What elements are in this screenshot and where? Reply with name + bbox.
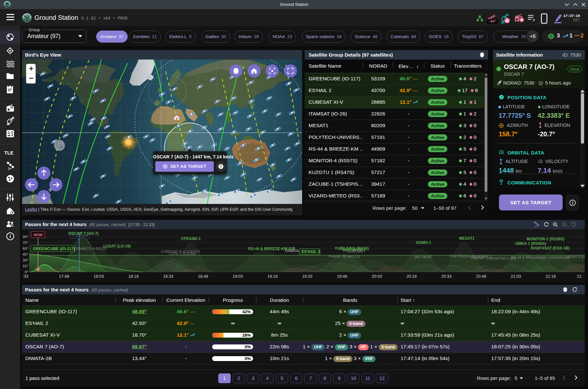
svg-text:20:03: 20:03 — [372, 274, 382, 279]
svg-text:21:: 21: — [577, 274, 582, 279]
svg-text:OSCAR 7 (AO-7): OSCAR 7 (AO-7) — [68, 231, 98, 236]
svg-text:19:03: 19:03 — [233, 274, 243, 279]
svg-text:SAMSAT-IONOSPHER: SAMSAT-IONOSPHER — [533, 256, 570, 260]
svg-text:MESAT1: MESAT1 — [459, 236, 475, 241]
svg-text:20:48: 20:48 — [476, 274, 486, 279]
svg-text:UMKA 1 (RS40S): UMKA 1 (RS40S) — [515, 241, 546, 246]
svg-text:19:33: 19:33 — [302, 274, 312, 279]
svg-text:LUSAT (LO-19): LUSAT (LO-19) — [103, 244, 131, 248]
svg-text:18:03: 18:03 — [94, 274, 104, 279]
svg-text:18:33: 18:33 — [163, 274, 173, 279]
svg-text:18:18: 18:18 — [128, 274, 138, 279]
svg-text:MOZHAETS 4 (RS22): MOZHAETS 4 (RS22) — [71, 247, 107, 250]
svg-text:75°: 75° — [23, 241, 28, 245]
svg-text:0°: 0° — [25, 270, 28, 274]
svg-text:60°: 60° — [23, 247, 28, 250]
svg-text:15°: 15° — [23, 264, 28, 268]
svg-text:STRAND-1: STRAND-1 — [181, 236, 201, 241]
svg-text:90°: 90° — [23, 235, 28, 239]
svg-text:ITAMSAT (I: ITAMSAT (I — [470, 256, 489, 260]
svg-text:21:03: 21:03 — [511, 274, 521, 279]
svg-text:ES'HAIL 2: ES'HAIL 2 — [301, 249, 320, 254]
svg-text:GOMX-1: GOMX-1 — [416, 240, 431, 245]
svg-text:PHASE 3B (AO-10): PHASE 3B (AO-10) — [329, 254, 360, 258]
svg-text:RADFXSAT (FOX-1B): RADFXSAT (FOX-1B) — [531, 246, 570, 250]
svg-text:19:18: 19:18 — [267, 274, 277, 279]
svg-text:18:48: 18:48 — [198, 274, 208, 279]
svg-text:20:33: 20:33 — [441, 274, 451, 279]
svg-text:JAS-TASAT: JAS-TASAT — [414, 255, 432, 259]
svg-text:RS-44 & BRE: RS-44 & BRE — [511, 255, 533, 259]
svg-text:NOW: NOW — [33, 233, 43, 237]
svg-text:30°: 30° — [23, 258, 28, 262]
svg-text::33: :33 — [23, 274, 28, 279]
svg-text:21:18: 21:18 — [545, 274, 556, 279]
svg-text:LILACSAT: LILACSAT — [347, 249, 364, 253]
svg-text:45°: 45° — [23, 252, 28, 256]
svg-text:HORS 4 (R: HORS 4 (R — [567, 255, 585, 259]
svg-text:CUTE-1 (CO-55): CUTE-1 (CO-55) — [169, 252, 196, 256]
svg-text:19:48: 19:48 — [337, 274, 347, 279]
svg-text:20:18: 20:18 — [406, 274, 416, 279]
svg-text:17:48: 17:48 — [59, 274, 69, 279]
svg-text:GREENCUBE (IO-117): GREENCUBE (IO-117) — [33, 247, 75, 251]
svg-text:MONITOR-2 (RS39S): MONITOR-2 (RS39S) — [527, 237, 564, 241]
